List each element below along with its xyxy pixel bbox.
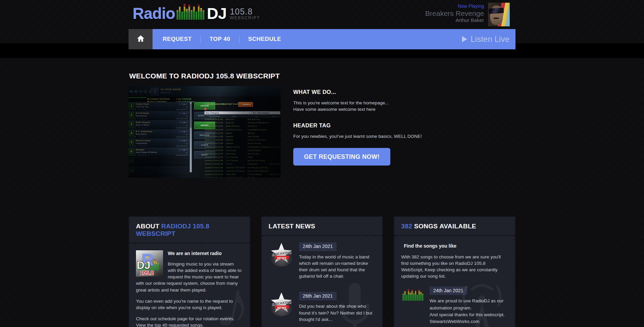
song-album: 100 Hits: 70s	[270, 163, 280, 165]
playlist-duration: 00:00 00:03:27	[176, 109, 188, 110]
about-heading: We are an internet radio	[168, 251, 222, 256]
eject-icon: ▲	[143, 89, 147, 93]
search-table-row: 1/1/2002 12:00:01 AM Chairman Of The Boa…	[204, 167, 280, 170]
about-paragraph-3-line1: Check out schedule page for our rotation…	[136, 316, 243, 322]
logo-frequency: 105.8 WEBSCRIPT	[230, 7, 260, 20]
screenshot-player-bar: ❚❚ ■ ◀ ▲ ● ♫ IN YOUR ROOM BANGLES	[129, 86, 281, 97]
panel-songs-available: 382 SONGS AVAILABLE Find the songs you l…	[394, 216, 515, 327]
playlist-number: 4	[129, 130, 134, 135]
nav-item-request[interactable]: REQUEST	[153, 29, 201, 49]
playlist-artist: Belouis Some	[136, 140, 151, 142]
song-date: 1/1/2002 12:00:01 AM	[205, 156, 225, 158]
search-table-row: 1/1/2002 12:00:01 AM Carly Simon You're …	[204, 153, 280, 156]
news-panel-title: LATEST NEWS	[262, 217, 382, 236]
playlist-time: 07:41:58	[129, 109, 136, 110]
home-button[interactable]	[129, 29, 153, 49]
playlist-title: Hazy Shade Of Winter	[136, 151, 157, 153]
song-title: Tease Me	[248, 177, 269, 178]
song-artist: C & C Music Factory	[226, 129, 247, 131]
song-artist: Chairman Of The Board	[226, 170, 247, 172]
screenshot-search-panel: ONLINE REQUESTS INSTANT PLAYERS SEARCH ✖…	[204, 102, 281, 107]
news-item: BREAKING NEWS 26th Jan 2021 Did you hear…	[269, 292, 375, 327]
nav-item-schedule[interactable]: SCHEDULE	[239, 29, 290, 49]
deck-art-placeholder: ♫	[151, 88, 159, 95]
playlist-time: 07:50:06	[129, 127, 136, 129]
playlist-mix-label: Mix	[185, 134, 188, 135]
songs-item-line-4: StewartsWebWorks.com	[430, 318, 505, 325]
about-panel-title: ABOUT RADIODJ 105.8 WEBSCRIPT	[129, 217, 250, 244]
song-title: I'm Every Woman	[248, 174, 269, 175]
playlist-row-icons: 1↻●✖	[179, 112, 188, 114]
playlist-mix-label: Mix	[185, 152, 188, 154]
playlist-mix-label: Mix	[185, 116, 188, 117]
playlist-title: Black Is Black	[136, 124, 149, 126]
playlist-empty-row: =	[129, 167, 189, 174]
playlist-row: 3 Belle Epoque Black Is Black 07:50:06 N…	[129, 120, 189, 129]
song-date: 1/1/2002 12:00:01 AM	[205, 163, 225, 165]
playlist-row: 6 Bangles Hazy Shade Of Winter 07:59:55 …	[129, 148, 189, 156]
playlist-number: 1	[129, 103, 134, 108]
song-artist: Chaka Demus & Pliers	[226, 177, 247, 178]
song-date: 1/1/2002 12:00:01 AM	[205, 146, 225, 148]
playlist-time: 07:56:34	[129, 145, 136, 147]
song-artist: Cappella	[226, 143, 247, 144]
album-art-sunglasses	[488, 7, 504, 14]
song-artist: Cameo	[226, 132, 247, 134]
playlist-time: 07:53:08	[129, 136, 136, 138]
search-table-row: 1/1/2002 12:00:01 AM Chaka Khan I'm Ever…	[204, 173, 280, 177]
songs-date-badge: 24th Jan 2021	[430, 286, 467, 295]
welcome-text-line-2: Have some awesome welcome text here	[293, 106, 515, 112]
tab-search: SEARCH	[238, 102, 253, 107]
song-date: 1/1/2002 12:00:01 AM	[205, 170, 225, 172]
site-logo[interactable]: Radio	[133, 4, 260, 23]
playlist-title: Imagination	[136, 142, 147, 144]
song-date: 1/1/2002 12:00:01 AM	[205, 139, 225, 141]
search-table-row: 1/1/2002 12:00:01 AM Ce Ce Peniston Fina…	[204, 156, 280, 159]
station-logo-thumbnail: R DJ 105.8	[136, 250, 163, 277]
playlist-sweeper-note: No Sweeper	[138, 145, 147, 147]
song-title: Move On Baby	[248, 136, 269, 137]
nav-item-top40[interactable]: TOP 40	[201, 29, 239, 49]
song-date: 1/1/2002 12:00:01 AM	[205, 136, 225, 137]
about-paragraph-3-line2: View the top 40 requested songs.	[136, 322, 243, 327]
playlist-duration: 00:00 00:02:33	[176, 154, 188, 156]
equalizer-icon	[402, 288, 425, 325]
playlist-duration: 00:00 00:03:02	[176, 127, 188, 129]
get-requesting-button[interactable]: GET REQUESTING NOW!	[293, 148, 390, 166]
site-header: Radio	[0, 0, 644, 29]
listen-live-button[interactable]: Listen Live	[462, 29, 515, 49]
search-table-row: 1/1/2002 12:00:01 AM Chairman Of The Boa…	[204, 170, 280, 173]
playlist-row: 5 Belouis Some Imagination 07:56:34 No S…	[129, 139, 189, 147]
song-artist: Ce Ce Peniston	[226, 156, 247, 158]
song-date: 1/1/2002 12:00:01 AM	[205, 143, 225, 144]
song-date: 1/1/2002 12:00:01 AM	[205, 125, 225, 127]
search-table-row: 1/1/2002 12:00:01 AM Cappella You Get To…	[204, 142, 280, 146]
deck-song-title: IN YOUR ROOM	[161, 88, 181, 91]
house-icon	[137, 34, 145, 44]
search-table-body: 1/1/2002 12:00:01 AM Bucks Fizz New Begi…	[204, 118, 280, 178]
status-no-sweeper: ✖NO SWEEPER	[176, 98, 191, 100]
playlist-row-icons: 1↻●✖	[179, 103, 188, 105]
song-title: Gonna Make You Sweat	[248, 129, 269, 131]
radiodj-software-screenshot: ❚❚ ■ ◀ ▲ ● ♫ IN YOUR ROOM BANGLES CURREN…	[129, 86, 281, 178]
songs-paragraph: With 382 songs to choose from we are sur…	[401, 254, 508, 280]
playlist-number: 2	[129, 112, 134, 117]
search-table-row: 1/1/2002 12:00:01 AM Cameo Word Up	[204, 132, 280, 135]
search-table-row: 1/1/2002 12:00:01 AM Bucks Fizz New Begi…	[204, 118, 280, 122]
song-artist: Chaka Khan	[226, 174, 247, 175]
playlist-sweeper-note: No Sweeper	[138, 136, 147, 138]
search-table-row: 1/1/2002 12:00:01 AM Carl Douglas Kung F…	[204, 149, 280, 153]
now-playing-label: Now Playing	[425, 3, 484, 9]
logo-frequency-number: 105.8	[230, 7, 260, 16]
playlist-row: 4 B.A. Robertson Bang Bang 07:53:08 No S…	[129, 129, 189, 138]
playlist-title: Paranoimia	[136, 115, 146, 117]
search-table-row: 1/1/2002 12:00:01 AM Bucks Fizz The Land…	[204, 122, 280, 125]
now-playing-song: Breakers Revenge	[425, 10, 484, 17]
prev-icon: ◀	[139, 89, 143, 93]
song-artist: Bucks Fizz	[226, 122, 247, 124]
search-table-row: 1/1/2002 12:00:01 AM Chaka Demus & Plier…	[204, 177, 280, 178]
panel-about: ABOUT RADIODJ 105.8 WEBSCRIPT ♪	[129, 216, 250, 327]
playlist-sweeper-note: No Sweeper	[138, 127, 147, 129]
panel-latest-news: LATEST NEWS BREAKING NEWS	[261, 216, 383, 327]
search-table-row: 1/1/2002 12:00:01 AM C & C Music Factory…	[204, 129, 280, 132]
